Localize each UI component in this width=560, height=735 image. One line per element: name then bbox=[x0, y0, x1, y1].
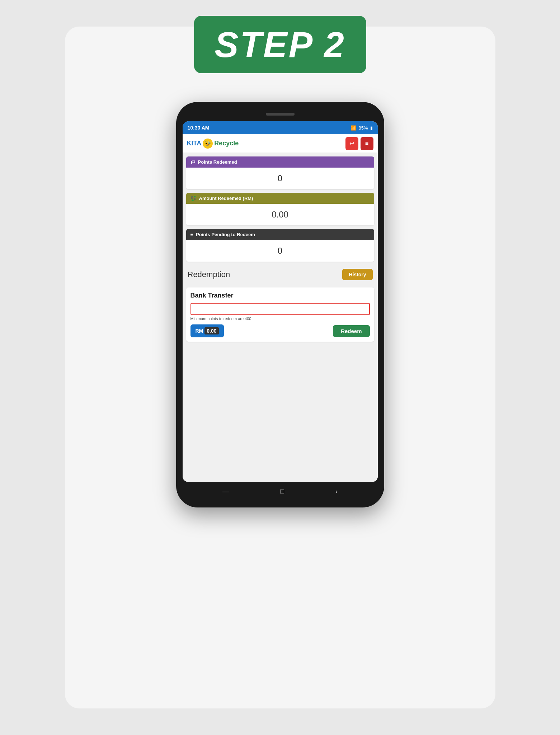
logout-icon: ↩ bbox=[349, 140, 354, 147]
redemption-label: Redemption bbox=[188, 270, 230, 279]
points-redeemed-card: 🏷 Points Redeemed 0 bbox=[186, 156, 374, 189]
input-hint: Minimum points to redeem are 400. bbox=[190, 317, 370, 321]
points-pending-value: 0 bbox=[186, 240, 374, 262]
page-card: STEP 2 10:30 AM 📶 85% ▮ KITA 🐝 Recycle bbox=[65, 27, 495, 708]
logo-kita: KITA bbox=[187, 140, 202, 147]
amount-redeemed-card: 💱 Amount Redeemed (RM) 0.00 bbox=[186, 193, 374, 225]
logo-bee-icon: 🐝 bbox=[203, 139, 213, 149]
phone-mockup: 10:30 AM 📶 85% ▮ KITA 🐝 Recycle ↩ bbox=[176, 102, 384, 507]
amount-redeemed-label: Amount Redeemed (RM) bbox=[199, 196, 253, 201]
wifi-icon: 📶 bbox=[350, 125, 356, 131]
nav-back-button[interactable]: — bbox=[222, 488, 229, 495]
screen-content: 🏷 Points Redeemed 0 💱 Amount Redeemed (R… bbox=[183, 153, 378, 482]
points-pending-icon: ≡ bbox=[190, 232, 193, 237]
battery-icon: ▮ bbox=[370, 125, 373, 131]
points-redeemed-value: 0 bbox=[186, 168, 374, 189]
step-banner-text: STEP 2 bbox=[215, 24, 345, 65]
nav-recent-button[interactable]: ‹ bbox=[335, 488, 338, 495]
points-pending-card: ≡ Points Pending to Redeem 0 bbox=[186, 229, 374, 262]
redeem-button[interactable]: Redeem bbox=[333, 325, 370, 337]
redeem-input-wrapper bbox=[190, 303, 370, 315]
logout-button[interactable]: ↩ bbox=[345, 137, 358, 150]
status-time: 10:30 AM bbox=[188, 125, 210, 131]
redeem-input[interactable] bbox=[194, 306, 366, 312]
step-banner: STEP 2 bbox=[194, 16, 366, 73]
bank-transfer-title: Bank Transfer bbox=[190, 292, 370, 299]
nav-home-button[interactable]: □ bbox=[280, 488, 284, 495]
points-redeemed-header: 🏷 Points Redeemed bbox=[186, 156, 374, 168]
rm-label: RM bbox=[196, 328, 203, 334]
logo-recycle: Recycle bbox=[214, 140, 239, 147]
redemption-row: Redemption History bbox=[186, 265, 374, 284]
amount-redeemed-header: 💱 Amount Redeemed (RM) bbox=[186, 193, 374, 204]
points-pending-header: ≡ Points Pending to Redeem bbox=[186, 229, 374, 240]
rm-value: 0.00 bbox=[204, 327, 218, 334]
menu-icon: ≡ bbox=[365, 140, 368, 147]
points-redeemed-icon: 🏷 bbox=[190, 159, 195, 165]
app-bar: KITA 🐝 Recycle ↩ ≡ bbox=[183, 134, 378, 153]
phone-screen: 10:30 AM 📶 85% ▮ KITA 🐝 Recycle ↩ bbox=[183, 121, 378, 482]
bank-transfer-section: Bank Transfer Minimum points to redeem a… bbox=[186, 287, 374, 342]
status-bar: 10:30 AM 📶 85% ▮ bbox=[183, 121, 378, 134]
points-redeemed-label: Points Redeemed bbox=[198, 159, 237, 165]
action-row: RM 0.00 Redeem bbox=[190, 324, 370, 337]
logo-area: KITA 🐝 Recycle bbox=[187, 139, 239, 149]
points-pending-label: Points Pending to Redeem bbox=[196, 232, 255, 237]
app-bar-buttons: ↩ ≡ bbox=[345, 137, 373, 150]
rm-badge: RM 0.00 bbox=[190, 324, 224, 337]
status-icons: 📶 85% ▮ bbox=[350, 125, 372, 131]
history-button[interactable]: History bbox=[342, 269, 372, 280]
phone-speaker bbox=[266, 113, 295, 116]
phone-home-bar: — □ ‹ bbox=[183, 483, 378, 500]
menu-button[interactable]: ≡ bbox=[361, 137, 373, 150]
amount-redeemed-icon: 💱 bbox=[190, 196, 196, 201]
amount-redeemed-value: 0.00 bbox=[186, 204, 374, 225]
battery-text: 85% bbox=[358, 125, 368, 131]
